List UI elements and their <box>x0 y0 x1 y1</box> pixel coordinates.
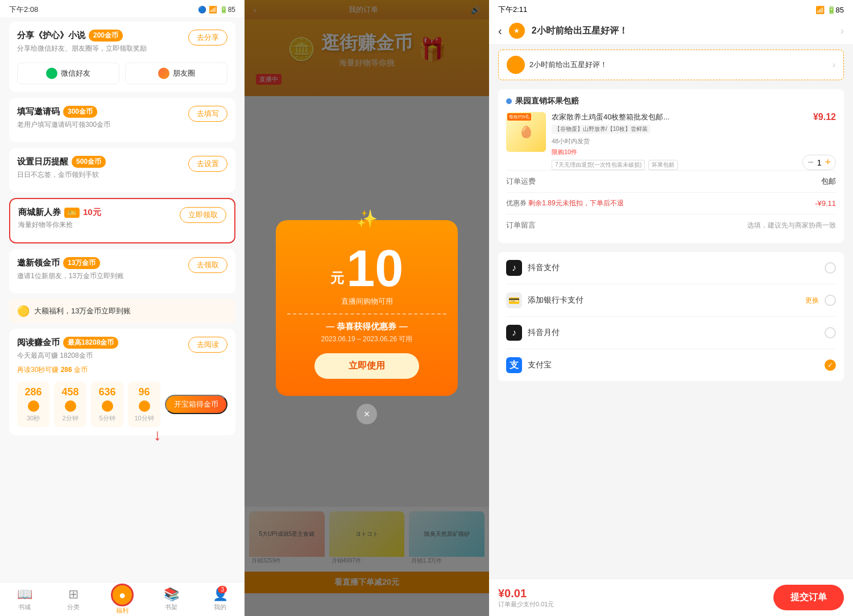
nav-bookshelf-label: 书架 <box>165 603 177 611</box>
wechat-label: 微信好友 <box>61 68 90 78</box>
nav-bookstore[interactable]: 📖 书城 <box>0 582 49 616</box>
coupon-desc: 直播间购物可用 <box>287 296 446 307</box>
alipay-icon: 支 <box>506 357 522 373</box>
coupon-row: 优惠券 剩余1.89元未抵扣，下单后不退 -¥9.11 <box>506 192 836 214</box>
order-section: 果园直销坏果包赔 正宗土鸡蛋 🥚 每枚约5毛 农家散养土鸡蛋40枚整箱批发包邮.… <box>498 89 844 243</box>
douyin-pay-radio[interactable] <box>825 262 836 274</box>
task-calendar: 去设置 设置日历提醒 500金币 日日不忘签，金币领到手软 <box>9 148 235 192</box>
shipping-label: 订单运费 <box>506 176 536 187</box>
coupon-divider <box>287 313 446 315</box>
open-box-btn[interactable]: 开宝箱得金币 <box>165 395 227 414</box>
coupon-icon: 🎫 <box>64 208 80 218</box>
item-image: 正宗土鸡蛋 🥚 每枚约5毛 <box>506 112 546 152</box>
red-arrow-indicator: ↓ <box>154 426 162 444</box>
right-more-icon: › <box>840 25 844 37</box>
coupon-action-btn[interactable]: 立即领取 <box>180 207 226 223</box>
payment-bank[interactable]: 💳 添加银行卡支付 更换 <box>506 284 836 317</box>
payment-monthly[interactable]: ♪ 抖音月付 <box>506 317 836 349</box>
big-reward-label: 大额福利，13万金币立即到账 <box>34 306 131 316</box>
invite-friend-btn[interactable]: 去领取 <box>188 257 227 273</box>
reading-section: 去阅读 阅读赚金币 最高18208金币 今天最高可赚 18208金币 再读30秒… <box>9 329 235 435</box>
calendar-btn[interactable]: 去设置 <box>188 156 227 172</box>
nav-bookstore-label: 书城 <box>18 603 31 611</box>
coupon-overlay: ✨ 元 10 直播间购物可用 — 恭喜获得优惠券 — 2023.06.19 – … <box>245 0 489 616</box>
egg-img-placeholder: 🥚 每枚约5毛 <box>506 112 546 152</box>
reading-max-coin: 最高18208金币 <box>63 337 118 349</box>
decrease-btn[interactable]: − <box>808 156 814 168</box>
right-header-title: 2小时前给出五星好评！ <box>532 25 628 37</box>
coupon-validity: 2023.06.19 – 2023.06.26 可用 <box>287 334 446 344</box>
task-share-title: 分享《护心》小说 <box>17 30 85 41</box>
reward-96: 96 10分钟 <box>128 382 160 427</box>
coupon-congrats: — 恭喜获得优惠券 — <box>287 321 446 332</box>
item-tag-0: 【谷物蛋】山野放养/【10枚】尝鲜装 <box>552 125 651 134</box>
reward-row: 286 30秒 458 2分钟 636 5分钟 96 10分钟 <box>17 382 227 427</box>
social-buttons: 微信好友 朋友圈 <box>17 63 227 84</box>
monthly-icon: ♪ <box>506 325 522 341</box>
invite-friend-coin: 13万金币 <box>63 257 100 269</box>
limit-badge: 限购10件 <box>552 148 785 156</box>
share-action-btn[interactable]: 去分享 <box>188 30 227 46</box>
coupon-card: ✨ 元 10 直播间购物可用 — 恭喜获得优惠券 — 2023.06.19 – … <box>276 220 458 396</box>
coupon-close-btn[interactable]: × <box>357 404 377 424</box>
coupon-amount: 10元 <box>83 207 101 218</box>
monthly-label: 抖音月付 <box>528 328 560 338</box>
submit-order-btn[interactable]: 提交订单 <box>773 585 844 610</box>
coin-circle-2 <box>65 400 76 412</box>
coupon-use-btn[interactable]: 立即使用 <box>314 353 419 379</box>
right-header: ‹ ★ 2小时前给出五星好评！ › <box>489 17 853 45</box>
nav-category-label: 分类 <box>67 603 80 611</box>
alipay-left: 支 支付宝 <box>506 357 552 373</box>
wechat-icon <box>46 68 57 79</box>
coin-circle-1 <box>28 400 39 412</box>
right-back-btn[interactable]: ‹ <box>498 24 502 38</box>
item-delivery: 48小时内发货 <box>552 137 785 146</box>
review-notice[interactable]: 2小时前给出五星好评！ › <box>498 49 844 80</box>
item-info: 农家散养土鸡蛋40枚整箱批发包邮... 【谷物蛋】山野放养/【10枚】尝鲜装 4… <box>552 112 785 170</box>
reward-458: 458 2分钟 <box>54 382 86 427</box>
monthly-pay-left: ♪ 抖音月付 <box>506 325 560 341</box>
quantity-value: 1 <box>817 158 822 167</box>
invite-code-btn[interactable]: 去填写 <box>188 106 227 122</box>
reward-286: 286 30秒 <box>17 382 49 427</box>
welfare-icon: ● <box>111 584 134 606</box>
douyin-pay-left: ♪ 抖音支付 <box>506 260 560 276</box>
reward-636: 636 5分钟 <box>91 382 123 427</box>
change-bank-btn[interactable]: 更换 <box>805 296 819 305</box>
reading-action-btn[interactable]: 去阅读 <box>188 337 227 353</box>
nav-mine-label: 我的 <box>214 603 226 611</box>
right-time: 下午2:11 <box>498 5 527 15</box>
total-amount: ¥0.01 <box>498 587 527 600</box>
nav-welfare-label: 福利 <box>116 606 129 615</box>
payment-douyin[interactable]: ♪ 抖音支付 <box>506 252 836 284</box>
moments-btn[interactable]: 朋友圈 <box>125 63 227 84</box>
alipay-label: 支付宝 <box>528 360 552 370</box>
left-status-icons: 🔵 📶 🔋85 <box>198 6 235 14</box>
note-row[interactable]: 订单留言 选填，建议先与商家协商一致 <box>506 214 836 236</box>
wechat-btn[interactable]: 微信好友 <box>17 63 119 84</box>
nav-welfare[interactable]: ● 福利 <box>98 582 147 616</box>
right-avatar: ★ <box>509 23 525 39</box>
douyin-pay-icon: ♪ <box>506 260 522 276</box>
invite-code-title: 填写邀请码 <box>17 106 60 117</box>
item-right: ¥9.12 − 1 + <box>790 112 836 170</box>
nav-bookshelf[interactable]: 📚 书架 <box>147 582 196 616</box>
right-status-bar: 下午2:11 📶 🔋85 <box>489 0 853 17</box>
total-min-note: 订单最少支付0.01元 <box>498 600 554 609</box>
left-content: 去分享 分享《护心》小说 200金币 分享给微信好友、朋友圈等，立即领取奖励 微… <box>0 17 245 582</box>
nav-mine[interactable]: 👤 我的 3 <box>196 582 245 616</box>
big-reward-icon: 🟡 <box>17 305 30 317</box>
coupon-label: 优惠券 剩余1.89元未抵扣，下单后不退 <box>506 199 815 208</box>
increase-btn[interactable]: + <box>825 156 831 168</box>
panel-mid: ‹ 我的订单 🔊 🪙 逛街赚金币 海量好物等你挑 🎁 直播中 ✨ 元 <box>245 0 489 616</box>
payment-alipay[interactable]: 支 支付宝 ✓ <box>506 349 836 381</box>
monthly-radio[interactable] <box>825 327 836 338</box>
bank-icon: 💳 <box>506 292 522 308</box>
task-invite-code: 去填写 填写邀请码 300金币 老用户填写邀请码可领300金币 <box>9 98 235 142</box>
nav-category[interactable]: ⊞ 分类 <box>49 582 98 616</box>
big-reward-row: 🟡 大额福利，13万金币立即到账 <box>9 299 235 323</box>
price-tag: 每枚约5毛 <box>507 113 531 121</box>
coupon-amount-num: 10 <box>346 240 403 297</box>
alipay-radio[interactable]: ✓ <box>825 359 836 371</box>
bank-radio[interactable] <box>825 295 836 306</box>
